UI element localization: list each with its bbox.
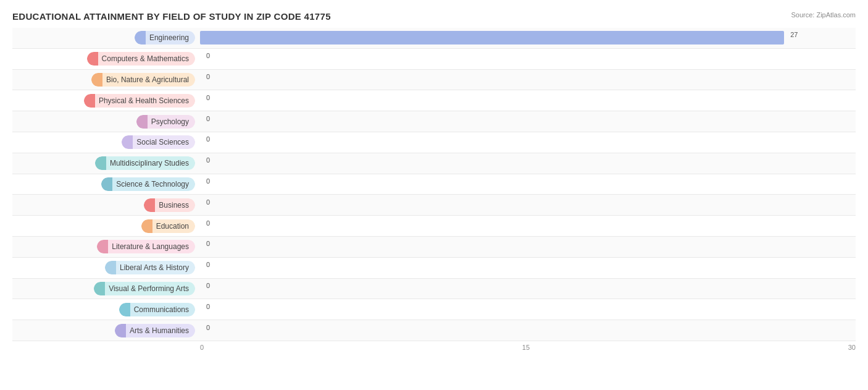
- bar-label-wrapper: Psychology: [12, 115, 198, 129]
- pill-text: Business: [155, 198, 195, 212]
- bar-row: Business0: [12, 195, 856, 216]
- bar-graph-area: 0: [198, 240, 856, 253]
- x-axis: 01530: [198, 341, 856, 351]
- bars-section: Engineering27Computers & Mathematics0Bio…: [12, 28, 856, 341]
- bar-value: 0: [206, 177, 210, 185]
- pill-text: Liberal Arts & History: [116, 261, 195, 274]
- pill-color: [115, 324, 126, 337]
- bar-label-wrapper: Engineering: [12, 31, 198, 45]
- bar-row: Bio, Nature & Agricultural0: [12, 70, 856, 91]
- bar-label-wrapper: Literature & Languages: [12, 240, 198, 253]
- bar-row: Education0: [12, 216, 856, 237]
- bar-row: Literature & Languages0: [12, 237, 856, 258]
- x-axis-label: 30: [848, 344, 856, 351]
- bar-graph-area: 0: [198, 52, 856, 66]
- pill-text: Social Sciences: [133, 135, 195, 149]
- bar-graph-area: 0: [198, 282, 856, 295]
- bar-row: Visual & Performing Arts0: [12, 279, 856, 300]
- bar-label-pill: Multidisciplinary Studies: [95, 156, 195, 170]
- bar-row: Science & Technology0: [12, 174, 856, 195]
- bar-label-pill: Education: [141, 219, 195, 233]
- bar-label-pill: Business: [144, 198, 195, 212]
- pill-text: Literature & Languages: [108, 240, 195, 253]
- bar-value: 0: [206, 324, 210, 331]
- bar-graph-area: 0: [198, 135, 856, 149]
- pill-text: Science & Technology: [112, 177, 195, 191]
- pill-text: Visual & Performing Arts: [105, 282, 195, 295]
- x-axis-label: 0: [200, 344, 204, 351]
- bar-row: Multidisciplinary Studies0: [12, 153, 856, 174]
- bar-graph-area: 0: [198, 261, 856, 274]
- pill-text: Engineering: [146, 31, 195, 45]
- bar-value: 0: [206, 115, 210, 122]
- pill-text: Bio, Nature & Agricultural: [102, 73, 195, 87]
- pill-color: [122, 135, 133, 149]
- x-axis-label: 15: [522, 344, 530, 351]
- bar-value: 0: [206, 198, 210, 206]
- bar-label-wrapper: Visual & Performing Arts: [12, 282, 198, 295]
- pill-color: [94, 282, 105, 295]
- bar-label-wrapper: Science & Technology: [12, 177, 198, 191]
- bar-row: Engineering27: [12, 28, 856, 49]
- bar-label-pill: Arts & Humanities: [115, 324, 195, 337]
- bar-graph-area: 0: [198, 303, 856, 316]
- bar-graph-area: 0: [198, 156, 856, 170]
- chart-area: Engineering27Computers & Mathematics0Bio…: [12, 28, 856, 351]
- bar-label-pill: Visual & Performing Arts: [94, 282, 195, 295]
- bar-label-pill: Science & Technology: [101, 177, 195, 191]
- pill-color: [105, 261, 116, 274]
- bar-row: Arts & Humanities0: [12, 320, 856, 341]
- bar-value: 0: [206, 261, 210, 268]
- bar-label-wrapper: Computers & Mathematics: [12, 52, 198, 66]
- pill-color: [95, 156, 106, 170]
- bar-graph-area: 27: [198, 31, 856, 45]
- bar-label-wrapper: Communications: [12, 303, 198, 316]
- pill-text: Arts & Humanities: [126, 324, 195, 337]
- pill-color: [97, 240, 108, 253]
- bar-value: 0: [206, 94, 210, 101]
- bar-label-pill: Social Sciences: [122, 135, 195, 149]
- bar-value: 0: [206, 73, 210, 80]
- bar-value: 27: [790, 31, 798, 38]
- bar-value: 0: [206, 240, 210, 247]
- bar-row: Psychology0: [12, 111, 856, 132]
- pill-color: [84, 94, 95, 108]
- pill-color: [135, 31, 146, 45]
- pill-text: Education: [152, 219, 195, 233]
- bar-fill: 27: [200, 31, 784, 45]
- bar-graph-area: 0: [198, 219, 856, 233]
- chart-header: EDUCATIONAL ATTAINMENT BY FIELD OF STUDY…: [12, 11, 856, 22]
- bar-label-wrapper: Physical & Health Sciences: [12, 94, 198, 108]
- bar-row: Communications0: [12, 299, 856, 320]
- bar-graph-area: 0: [198, 94, 856, 108]
- bar-value: 0: [206, 219, 210, 227]
- chart-title: EDUCATIONAL ATTAINMENT BY FIELD OF STUDY…: [12, 11, 331, 22]
- pill-text: Physical & Health Sciences: [95, 94, 195, 108]
- pill-text: Multidisciplinary Studies: [106, 156, 195, 170]
- bar-row: Liberal Arts & History0: [12, 258, 856, 279]
- pill-color: [119, 303, 130, 316]
- pill-text: Communications: [130, 303, 195, 316]
- pill-text: Computers & Mathematics: [98, 52, 195, 66]
- bar-graph-area: 0: [198, 198, 856, 212]
- pill-color: [144, 198, 155, 212]
- bar-row: Social Sciences0: [12, 132, 856, 153]
- pill-color: [141, 219, 152, 233]
- pill-color: [91, 73, 102, 87]
- bar-label-pill: Liberal Arts & History: [105, 261, 195, 274]
- bar-row: Physical & Health Sciences0: [12, 90, 856, 111]
- bar-label-wrapper: Business: [12, 198, 198, 212]
- pill-color: [87, 52, 98, 66]
- bar-value: 0: [206, 52, 210, 59]
- bar-label-wrapper: Arts & Humanities: [12, 324, 198, 337]
- chart-container: EDUCATIONAL ATTAINMENT BY FIELD OF STUDY…: [0, 0, 868, 390]
- x-axis-labels: 01530: [198, 344, 856, 351]
- bar-graph-area: 0: [198, 73, 856, 87]
- bar-value: 0: [206, 156, 210, 164]
- bar-value: 0: [206, 135, 210, 143]
- bar-label-pill: Psychology: [136, 115, 195, 129]
- pill-text: Psychology: [148, 115, 195, 129]
- bar-graph-area: 0: [198, 115, 856, 129]
- bar-label-pill: Communications: [119, 303, 195, 316]
- bar-label-wrapper: Social Sciences: [12, 135, 198, 149]
